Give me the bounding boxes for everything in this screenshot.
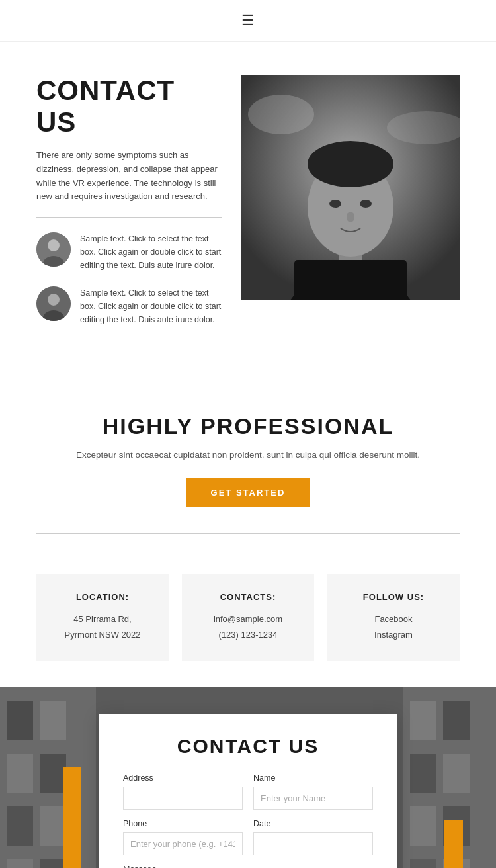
follow-label: FOLLOW US: [341, 592, 446, 602]
date-label: Date [253, 819, 373, 828]
info-section: LOCATION: 45 Pirrama Rd, Pyrmont NSW 202… [0, 554, 496, 687]
svg-rect-19 [7, 701, 33, 740]
svg-rect-30 [410, 701, 436, 740]
facebook-link[interactable]: Facebook [341, 611, 446, 627]
professional-title: HIGHLY PROFESSIONAL [36, 413, 460, 439]
location-content: 45 Pirrama Rd, Pyrmont NSW 2022 [50, 611, 155, 642]
svg-rect-21 [7, 754, 33, 793]
avatar-1 [36, 232, 71, 267]
form-group-address: Address [123, 773, 243, 810]
svg-point-13 [347, 212, 354, 222]
location-label: LOCATION: [50, 592, 155, 602]
form-row-phone-date: Phone Date [123, 819, 373, 855]
contact-person-2: Sample text. Click to select the text bo… [36, 286, 222, 326]
orange-accent-left [63, 767, 81, 868]
contact-photo-container [241, 75, 460, 341]
svg-point-11 [329, 200, 341, 208]
navigation: ☰ [0, 0, 496, 42]
instagram-link[interactable]: Instagram [341, 627, 446, 642]
svg-point-4 [48, 294, 60, 306]
contact-description: There are only some symptoms such as diz… [36, 149, 222, 204]
svg-rect-33 [443, 754, 470, 793]
svg-rect-20 [40, 701, 66, 740]
contact-form-card: CONTACT US Address Name Phone Date Messa… [99, 714, 397, 868]
form-row-address-name: Address Name [123, 773, 373, 810]
svg-rect-23 [7, 806, 33, 846]
avatar-2 [36, 286, 71, 321]
phone-input[interactable] [123, 832, 243, 855]
contact-photo [241, 75, 460, 300]
professional-description: Excepteur sint occaecat cupidatat non pr… [36, 450, 460, 460]
contact-person-1-text: Sample text. Click to select the text bo… [80, 232, 222, 272]
orange-accent-right [444, 820, 463, 868]
contact-section: CONTACT US There are only some symptoms … [0, 42, 496, 374]
get-started-button[interactable]: GET STARTED [186, 478, 311, 507]
form-group-date: Date [253, 819, 373, 855]
contacts-content: info@sample.com (123) 123-1234 [195, 611, 301, 642]
info-box-follow: FOLLOW US: Facebook Instagram [327, 574, 460, 661]
contact-title: CONTACT US [36, 75, 222, 138]
form-section: CONTACT US Address Name Phone Date Messa… [0, 687, 496, 868]
date-input[interactable] [253, 832, 373, 855]
svg-point-12 [360, 200, 372, 208]
phone-label: Phone [123, 819, 243, 828]
form-group-phone: Phone [123, 819, 243, 855]
svg-rect-32 [410, 754, 436, 793]
info-box-location: LOCATION: 45 Pirrama Rd, Pyrmont NSW 202… [36, 574, 169, 661]
info-box-contacts: CONTACTS: info@sample.com (123) 123-1234 [182, 574, 314, 661]
contact-person-1: Sample text. Click to select the text bo… [36, 232, 222, 272]
contacts-label: CONTACTS: [195, 592, 301, 602]
svg-point-10 [308, 141, 393, 187]
svg-rect-22 [40, 754, 66, 793]
svg-rect-25 [7, 859, 33, 868]
name-input[interactable] [253, 787, 373, 810]
message-label: Message [123, 865, 373, 868]
svg-rect-26 [40, 859, 66, 868]
follow-content: Facebook Instagram [341, 611, 446, 642]
contact-left: CONTACT US There are only some symptoms … [36, 75, 222, 341]
contact-person-2-text: Sample text. Click to select the text bo… [80, 286, 222, 326]
address-input[interactable] [123, 787, 243, 810]
svg-rect-36 [410, 859, 436, 868]
svg-point-15 [248, 95, 314, 134]
address-label: Address [123, 773, 243, 783]
name-label: Name [253, 773, 373, 783]
svg-point-1 [48, 239, 60, 251]
form-group-message: Message [123, 865, 373, 868]
svg-rect-34 [410, 806, 436, 846]
form-group-name: Name [253, 773, 373, 810]
svg-rect-24 [40, 806, 66, 846]
hamburger-icon[interactable]: ☰ [241, 12, 255, 29]
svg-rect-14 [294, 260, 407, 300]
form-title: CONTACT US [123, 735, 373, 758]
contact-divider [36, 217, 222, 218]
professional-section: HIGHLY PROFESSIONAL Excepteur sint occae… [0, 374, 496, 554]
svg-rect-31 [443, 701, 470, 740]
professional-divider [36, 533, 460, 534]
